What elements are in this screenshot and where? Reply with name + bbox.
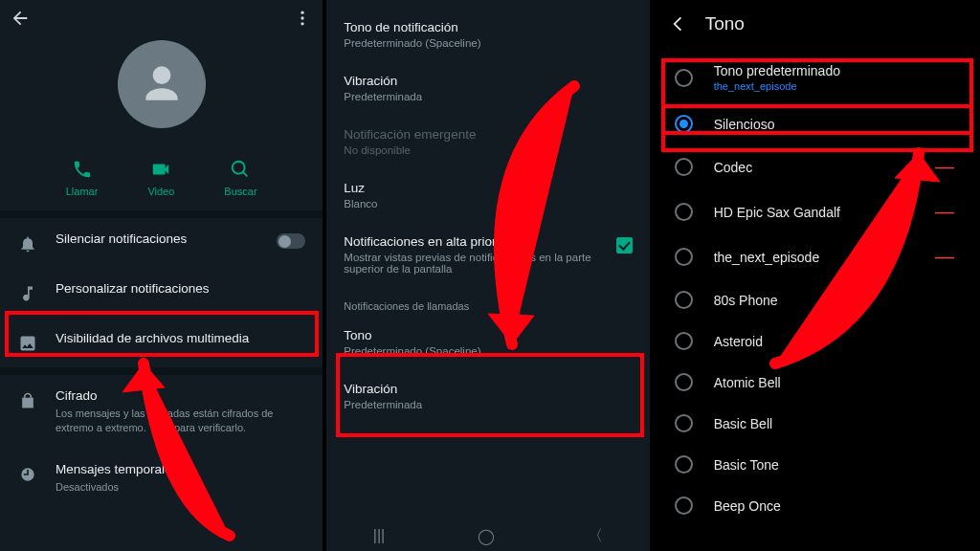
ringtone-option[interactable]: Codec— (654, 144, 976, 189)
ringtone-label: Tono predeterminado (714, 63, 840, 78)
encryption-title: Cifrado (56, 388, 98, 403)
svg-point-1 (301, 16, 304, 19)
radio-icon[interactable] (675, 115, 693, 133)
media-label: Visibilidad de archivos multimedia (56, 331, 305, 345)
remove-icon[interactable]: — (934, 246, 955, 268)
svg-point-0 (301, 11, 304, 14)
mute-label: Silenciar notificaciones (56, 231, 259, 246)
disappearing-sub: Desactivados (56, 480, 305, 495)
ringtone-option[interactable]: the_next_episode— (654, 234, 976, 279)
disappearing-title: Mensajes temporales (56, 462, 178, 476)
vibration-title: Vibración (344, 74, 632, 88)
remove-icon[interactable]: — (934, 156, 955, 178)
call-tone-row[interactable]: Tono Predeterminado (Spaceline) (326, 316, 649, 369)
popup-value: No disponible (344, 144, 632, 156)
android-navbar[interactable]: ||| ◯ 〈 (326, 520, 649, 551)
call-label: Llamar (66, 186, 99, 197)
ringtone-label: Atomic Bell (714, 375, 781, 390)
back-chevron-icon[interactable] (667, 13, 688, 34)
encryption-row[interactable]: Cifrado Los mensajes y las llamadas está… (0, 375, 323, 449)
radio-icon[interactable] (675, 332, 693, 350)
ringtone-option[interactable]: HD Epic Sax Gandalf— (654, 189, 976, 234)
encryption-sub: Los mensajes y las llamadas están cifrad… (56, 407, 305, 435)
radio-icon[interactable] (675, 248, 693, 266)
customize-label: Personalizar notificaciones (56, 281, 305, 296)
phone-icon (72, 159, 93, 180)
radio-icon[interactable] (675, 158, 693, 176)
picker-title: Tono (705, 13, 745, 34)
search-icon (230, 159, 251, 180)
radio-icon[interactable] (675, 291, 693, 309)
light-title: Luz (344, 181, 632, 195)
ringtone-option[interactable]: Beep Once (654, 485, 976, 526)
notification-tone-title: Tono de notificación (344, 20, 632, 34)
call-action[interactable]: Llamar (66, 159, 99, 197)
vibration2-row[interactable]: Vibración Predeterminada (326, 369, 649, 423)
svg-point-2 (301, 22, 304, 25)
ringtone-option[interactable]: Basic Bell (654, 403, 976, 444)
notification-tone-value: Predeterminado (Spaceline) (344, 37, 632, 49)
priority-title: Notificaciones en alta prioridad (344, 234, 606, 249)
nav-recents-icon[interactable]: ||| (373, 527, 385, 544)
image-icon (17, 333, 38, 354)
video-label: Video (147, 186, 174, 197)
ringtone-label: Beep Once (714, 498, 781, 514)
video-action[interactable]: Video (147, 159, 174, 197)
ringtone-option[interactable]: 80s Phone (654, 279, 976, 320)
search-label: Buscar (224, 186, 256, 197)
back-arrow-icon[interactable] (10, 8, 31, 29)
ringtone-option[interactable]: Atomic Bell (654, 362, 976, 403)
ringtone-list: Tono predeterminadothe_next_episodeSilen… (654, 52, 976, 526)
ringtone-option[interactable]: Basic Tone (654, 444, 976, 485)
ringtone-option[interactable]: Silencioso (654, 103, 976, 144)
ringtone-label: Silencioso (714, 117, 775, 132)
custom-notifications-screen: Tono de notificación Predeterminado (Spa… (326, 0, 653, 551)
mute-toggle[interactable] (277, 233, 305, 249)
vibration-value: Predeterminada (344, 91, 632, 102)
notification-tone-row[interactable]: Tono de notificación Predeterminado (Spa… (326, 8, 649, 61)
video-icon (150, 159, 171, 180)
popup-title: Notificación emergente (344, 127, 632, 142)
nav-home-icon[interactable]: ◯ (478, 527, 495, 545)
bell-icon (17, 233, 38, 254)
priority-sub: Mostrar vistas previas de notificaciones… (344, 252, 606, 275)
remove-icon[interactable]: — (934, 201, 955, 223)
contact-avatar[interactable] (118, 40, 206, 128)
contact-info-screen: Llamar Video Buscar Silenciar notificaci… (0, 0, 326, 551)
vibration2-value: Predeterminada (344, 399, 632, 410)
lock-icon (17, 390, 38, 411)
call-tone-value: Predeterminado (Spaceline) (344, 345, 632, 357)
ringtone-label: Basic Bell (714, 416, 772, 431)
radio-icon[interactable] (675, 414, 693, 432)
nav-back-icon[interactable]: 〈 (588, 526, 603, 546)
radio-icon[interactable] (675, 373, 693, 391)
ringtone-label: Codec (714, 160, 752, 175)
music-note-icon (17, 283, 38, 304)
ringtone-label: the_next_episode (714, 250, 820, 265)
ringtone-label: 80s Phone (714, 293, 778, 308)
call-tone-title: Tono (344, 328, 632, 342)
search-action[interactable]: Buscar (224, 159, 256, 197)
priority-checkbox[interactable] (616, 237, 633, 253)
ringtone-label: Basic Tone (714, 457, 779, 473)
ringtone-sublabel: the_next_episode (714, 80, 955, 92)
ringtone-label: Asteroid (714, 334, 763, 349)
timer-icon (17, 464, 38, 485)
vibration-row[interactable]: Vibración Predeterminada (326, 61, 649, 115)
radio-icon[interactable] (675, 455, 693, 474)
media-visibility-row[interactable]: Visibilidad de archivos multimedia (0, 318, 323, 367)
light-row[interactable]: Luz Blanco (326, 168, 649, 222)
radio-icon[interactable] (675, 203, 693, 221)
customize-notifications-row[interactable]: Personalizar notificaciones (0, 268, 323, 318)
ringtone-option[interactable]: Tono predeterminadothe_next_episode (654, 52, 976, 103)
radio-icon[interactable] (675, 69, 693, 87)
ringtone-option[interactable]: Asteroid (654, 320, 976, 362)
call-section-header: Notificaciones de llamadas (326, 287, 649, 316)
disappearing-row[interactable]: Mensajes temporales Desactivados (0, 449, 323, 508)
mute-notifications-row[interactable]: Silenciar notificaciones (0, 218, 323, 268)
popup-row: Notificación emergente No disponible (326, 115, 649, 168)
vibration2-title: Vibración (344, 382, 632, 396)
priority-row[interactable]: Notificaciones en alta prioridad Mostrar… (326, 222, 649, 287)
radio-icon[interactable] (675, 496, 693, 515)
more-vert-icon[interactable] (292, 8, 313, 29)
